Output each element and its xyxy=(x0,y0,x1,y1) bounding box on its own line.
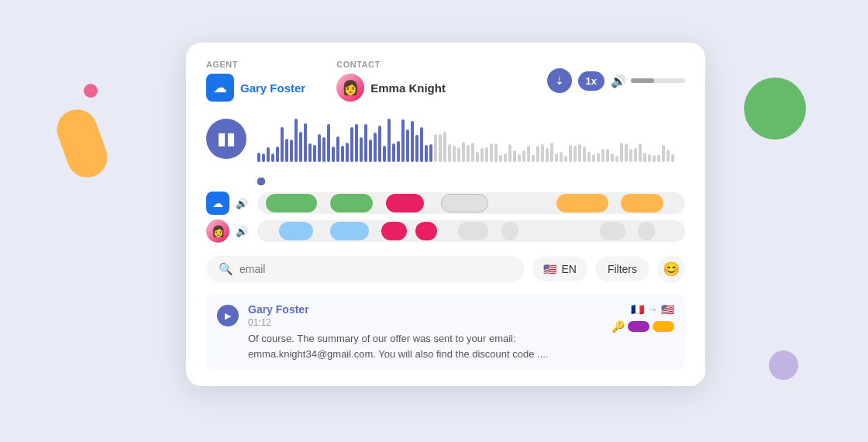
waveform-bar-2 xyxy=(267,147,270,162)
agent-seg-6 xyxy=(621,194,663,212)
contact-track-sound-icon: 🔊 xyxy=(236,226,248,237)
waveform-bar-4 xyxy=(276,147,279,162)
emoji-button[interactable]: 😊 xyxy=(657,255,685,283)
contact-name: Emma Knight xyxy=(370,81,446,95)
translation-badges: 🇫🇷 → 🇺🇸 🔑 xyxy=(611,303,674,361)
waveform-bar-19 xyxy=(346,143,349,162)
waveform-bar-44 xyxy=(462,142,465,162)
search-row: 🔍 🇺🇸 EN Filters 😊 xyxy=(206,255,685,283)
waveform-bar-6 xyxy=(285,139,288,162)
waveform-bar-72 xyxy=(592,154,595,162)
transcript-play-button[interactable]: ▶ xyxy=(217,305,239,326)
waveform-bar-82 xyxy=(639,143,642,162)
waveform-bar-71 xyxy=(587,152,591,162)
waveform[interactable] xyxy=(257,116,685,162)
key-icon: 🔑 xyxy=(611,320,625,333)
transcript-content: Gary Foster 01:12 Of course. The summary… xyxy=(248,303,602,361)
waveform-bar-67 xyxy=(569,145,572,162)
waveform-bar-68 xyxy=(574,146,577,162)
contact-seg-8 xyxy=(638,222,655,240)
language-button[interactable]: 🇺🇸 EN xyxy=(532,257,587,281)
waveform-bar-38 xyxy=(434,134,437,162)
markers-row xyxy=(206,173,685,185)
waveform-bar-60 xyxy=(536,146,539,162)
waveform-row: ▮▮ xyxy=(206,116,685,162)
agent-track-avatar: ☁ xyxy=(206,192,229,215)
volume-bar[interactable] xyxy=(631,78,685,83)
agent-seg-4 xyxy=(441,194,488,212)
waveform-bar-83 xyxy=(643,153,646,162)
search-input[interactable] xyxy=(239,263,512,275)
filters-button[interactable]: Filters xyxy=(595,257,649,281)
waveform-bar-33 xyxy=(411,121,414,162)
speed-button[interactable]: 1x xyxy=(578,71,604,91)
waveform-bar-50 xyxy=(490,143,493,162)
waveform-bar-1 xyxy=(262,154,265,162)
waveform-bar-21 xyxy=(355,124,358,162)
tag-pill-2 xyxy=(653,321,674,332)
waveform-bar-49 xyxy=(485,147,488,162)
waveform-bar-59 xyxy=(532,155,535,162)
bg-decoration-green-circle xyxy=(744,78,806,140)
contact-avatar: 👩 xyxy=(336,74,364,102)
target-flag: 🇺🇸 xyxy=(661,303,674,316)
waveform-bar-7 xyxy=(290,140,293,162)
waveform-bar-26 xyxy=(378,126,381,162)
transcript-time: 01:12 xyxy=(248,317,271,328)
waveform-bar-47 xyxy=(476,152,479,162)
flag-icon: 🇺🇸 xyxy=(543,263,556,275)
waveform-bar-73 xyxy=(597,153,600,162)
contact-track-avatar: 👩 xyxy=(206,219,229,243)
agent-track xyxy=(257,192,685,214)
waveform-bar-79 xyxy=(625,143,628,162)
agent-seg-3 xyxy=(386,194,425,212)
waveform-bar-63 xyxy=(550,143,553,162)
waveform-bar-80 xyxy=(629,149,632,162)
waveform-bar-42 xyxy=(453,146,456,162)
transcript-speaker: Gary Foster xyxy=(248,303,602,316)
waveform-bar-40 xyxy=(443,132,446,162)
pause-button[interactable]: ▮▮ xyxy=(206,119,246,159)
waveform-bar-8 xyxy=(294,119,298,162)
waveform-bar-0 xyxy=(257,153,260,162)
waveform-bar-87 xyxy=(662,145,665,162)
transcript-card: ▶ Gary Foster 01:12 Of course. The summa… xyxy=(206,294,685,371)
waveform-bar-85 xyxy=(653,155,656,162)
waveform-bar-69 xyxy=(578,144,581,162)
waveform-bar-34 xyxy=(415,135,418,162)
header-row: AGENT ☁ Gary Foster CONTACT 👩 Emma Knigh… xyxy=(206,60,685,102)
contact-seg-5 xyxy=(458,222,488,240)
waveform-bar-9 xyxy=(299,132,302,162)
waveform-bar-11 xyxy=(308,143,312,162)
translation-flags: 🇫🇷 → 🇺🇸 xyxy=(631,303,674,316)
waveform-bar-16 xyxy=(332,147,335,162)
waveform-bar-57 xyxy=(522,150,525,162)
waveform-bar-28 xyxy=(388,119,391,162)
agent-label: AGENT xyxy=(206,60,305,69)
agent-track-row: ☁ 🔊 xyxy=(206,192,685,215)
waveform-bar-18 xyxy=(341,146,344,162)
search-box: 🔍 xyxy=(206,256,525,282)
contact-track xyxy=(257,220,685,242)
main-card: AGENT ☁ Gary Foster CONTACT 👩 Emma Knigh… xyxy=(186,43,705,386)
download-button[interactable]: ⇣ xyxy=(547,68,572,93)
tag-pills: 🔑 xyxy=(611,320,674,333)
waveform-bar-81 xyxy=(634,148,637,162)
contact-seg-7 xyxy=(600,222,625,240)
bg-decoration-orange-pill xyxy=(51,104,113,183)
contact-seg-4 xyxy=(415,222,437,240)
waveform-bar-39 xyxy=(439,134,442,162)
waveform-bar-23 xyxy=(364,124,367,162)
contact-seg-6 xyxy=(501,222,518,240)
contact-label: CONTACT xyxy=(336,60,446,69)
waveform-bar-3 xyxy=(271,154,274,162)
waveform-bar-52 xyxy=(499,155,502,162)
waveform-bar-43 xyxy=(457,147,460,162)
waveform-bar-65 xyxy=(560,152,563,162)
waveform-bar-84 xyxy=(648,154,651,162)
contact-section: CONTACT 👩 Emma Knight xyxy=(336,60,446,102)
waveform-bar-75 xyxy=(606,149,609,162)
waveform-bar-62 xyxy=(546,148,549,162)
contact-track-row: 👩 🔊 xyxy=(206,219,685,243)
lang-label: EN xyxy=(561,263,576,275)
